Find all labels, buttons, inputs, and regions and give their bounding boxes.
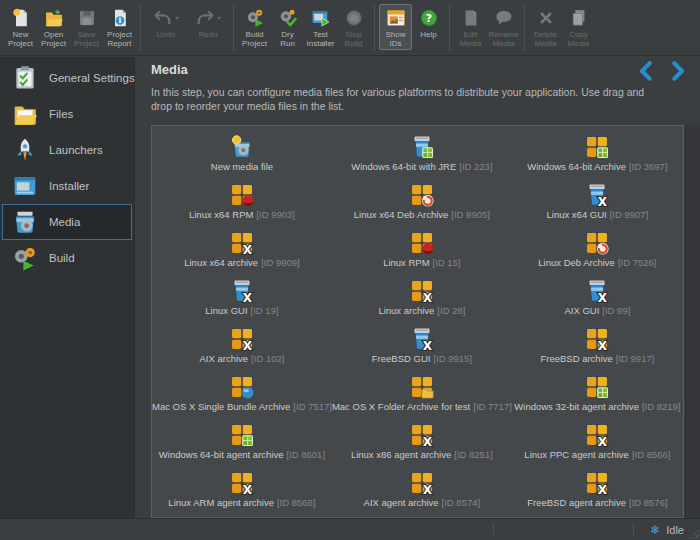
sidebar-item-launchers[interactable]: Launchers	[2, 132, 132, 168]
sidebar-item-files[interactable]: Files	[2, 96, 132, 132]
toolbar-group: New ProjectOpen ProjectSave ProjectiProj…	[4, 4, 136, 50]
previous-step-button[interactable]	[636, 59, 658, 83]
help-button[interactable]: ?Help	[412, 4, 445, 50]
grid-x-icon: X	[585, 471, 609, 495]
resize-grip[interactable]	[689, 529, 699, 539]
toolbar-group: ▾Undo▾Redo	[145, 4, 229, 41]
media-item-label: New media file	[211, 161, 273, 172]
copy-media-button[interactable]: Copy Media	[562, 4, 595, 50]
media-item[interactable]: Windows 64-bit with JRE[ID 223]	[332, 129, 512, 177]
media-item[interactable]: Linux x64 RPM[ID 9903]	[152, 177, 332, 225]
media-item[interactable]: Mac OS X Single Bundle Archive[ID 7517]	[152, 369, 332, 417]
edit-media-button[interactable]: Edit Media	[454, 4, 487, 50]
open-project-icon	[44, 8, 64, 28]
grid-folder-icon	[410, 375, 434, 399]
delete-media-button[interactable]: Delete Media	[529, 4, 562, 50]
media-item-label: Mac OS X Single Bundle Archive[ID 7517]	[152, 401, 332, 412]
svg-text:X: X	[598, 290, 608, 302]
media-item[interactable]: XFreeBSD agent archive[ID 8576]	[512, 465, 683, 513]
sidebar-item-general-settings[interactable]: General Settings	[2, 60, 132, 96]
toolbar-button-label: Show IDs	[385, 30, 405, 48]
media-item[interactable]: XLinux x64 GUI[ID 9907]	[512, 177, 683, 225]
media-item-label: AIX agent archive[ID 8574]	[364, 497, 481, 508]
rename-media-button[interactable]: Rename Media	[487, 4, 520, 50]
save-project-icon	[77, 8, 97, 28]
status-bar: ❄ Idle	[0, 518, 700, 540]
toolbar-button-label: Help	[420, 30, 436, 39]
grid-x-icon: X	[230, 231, 254, 255]
svg-text:X: X	[598, 482, 608, 494]
media-item[interactable]: XFreeBSD GUI[ID 9915]	[332, 321, 512, 369]
toolbar-group: Show IDs?Help	[379, 4, 445, 50]
sidebar-item-build[interactable]: Build	[2, 240, 132, 276]
rename-media-icon	[494, 8, 514, 28]
media-item[interactable]: XFreeBSD archive[ID 9917]	[512, 321, 683, 369]
media-item[interactable]: XLinux x64 archive[ID 9909]	[152, 225, 332, 273]
package-x-icon: X	[585, 279, 609, 303]
media-item[interactable]: Linux x64 Deb Archive[ID 9905]	[332, 177, 512, 225]
media-item[interactable]: Windows 64-bit Archive[ID 3697]	[512, 129, 683, 177]
media-item-id: [ID 8601]	[286, 449, 325, 460]
media-item-id: [ID 9909]	[261, 257, 300, 268]
sidebar-item-media[interactable]: Media	[2, 204, 132, 240]
media-item[interactable]: Windows 64-bit agent archive[ID 8601]	[152, 417, 332, 465]
media-item-name: Windows 32-bit agent archive	[514, 401, 639, 412]
media-item[interactable]: Linux Deb Archive[ID 7526]	[512, 225, 683, 273]
save-project-button[interactable]: Save Project	[70, 4, 103, 50]
svg-text:X: X	[598, 194, 608, 206]
media-item-name: Linux Deb Archive	[538, 257, 615, 268]
build-icon	[12, 245, 38, 271]
grid-rpm-icon	[230, 183, 254, 207]
test-installer-button[interactable]: Test Installer	[304, 4, 337, 50]
svg-text:X: X	[423, 482, 433, 494]
grid-x-icon: X	[230, 471, 254, 495]
svg-text:X: X	[243, 290, 253, 302]
undo-button[interactable]: ▾Undo	[145, 4, 187, 41]
media-item-label: AIX GUI[ID 99]	[564, 305, 630, 316]
media-item[interactable]: Mac OS X Folder Archive for test[ID 7717…	[332, 369, 512, 417]
dropdown-caret-icon[interactable]: ▾	[175, 14, 178, 21]
toolbar-separator	[140, 5, 141, 51]
build-project-button[interactable]: Build Project	[238, 4, 271, 50]
next-step-button[interactable]	[666, 59, 688, 83]
media-item-id: [ID 19]	[251, 305, 279, 316]
svg-text:X: X	[598, 338, 608, 350]
media-item[interactable]: XLinux archive[ID 28]	[332, 273, 512, 321]
media-item-label: FreeBSD GUI[ID 9915]	[372, 353, 472, 364]
media-item[interactable]: XAIX agent archive[ID 8574]	[332, 465, 512, 513]
media-item[interactable]: XLinux x86 agent archive[ID 8251]	[332, 417, 512, 465]
media-item[interactable]: Windows 32-bit agent archive[ID 8219]	[512, 369, 683, 417]
dry-run-button[interactable]: Dry Run	[271, 4, 304, 50]
redo-button[interactable]: ▾Redo	[187, 4, 229, 41]
package-x-icon: X	[410, 327, 434, 351]
dropdown-caret-icon[interactable]: ▾	[217, 14, 220, 21]
stop-build-icon	[344, 8, 364, 28]
media-item[interactable]: XLinux PPC agent archive[ID 8566]	[512, 417, 683, 465]
stop-build-button[interactable]: Stop Build	[337, 4, 370, 50]
toolbar-separator	[449, 5, 450, 51]
sidebar-item-installer[interactable]: Installer	[2, 168, 132, 204]
media-item[interactable]: New media file	[152, 129, 332, 177]
show-ids-button[interactable]: Show IDs	[379, 4, 412, 50]
vertical-scrollbar[interactable]	[685, 125, 700, 518]
media-item-label: Linux Deb Archive[ID 7526]	[538, 257, 656, 268]
media-item-name: Linux archive	[378, 305, 434, 316]
svg-text:i: i	[118, 16, 121, 25]
project-report-button[interactable]: iProject Report	[103, 4, 136, 50]
new-project-button[interactable]: New Project	[4, 4, 37, 50]
media-item[interactable]: XAIX archive[ID 102]	[152, 321, 332, 369]
media-item-id: [ID 8568]	[277, 497, 316, 508]
media-item-id: [ID 7517]	[293, 401, 332, 412]
toolbar-button-label: Redo	[198, 30, 217, 39]
open-project-button[interactable]: Open Project	[37, 4, 70, 50]
statusbar-divider	[633, 523, 634, 537]
media-item[interactable]: XLinux ARM agent archive[ID 8568]	[152, 465, 332, 513]
media-item[interactable]: XLinux GUI[ID 19]	[152, 273, 332, 321]
media-item-name: Linux x64 archive	[184, 257, 258, 268]
toolbar-button-label: Copy Media	[568, 30, 590, 48]
media-item-id: [ID 102]	[251, 353, 284, 364]
media-item[interactable]: XAIX GUI[ID 99]	[512, 273, 683, 321]
media-item[interactable]: Linux RPM[ID 15]	[332, 225, 512, 273]
toolbar-group: Edit MediaRename Media	[454, 4, 520, 50]
toolbar-button-label: Project Report	[107, 30, 132, 48]
